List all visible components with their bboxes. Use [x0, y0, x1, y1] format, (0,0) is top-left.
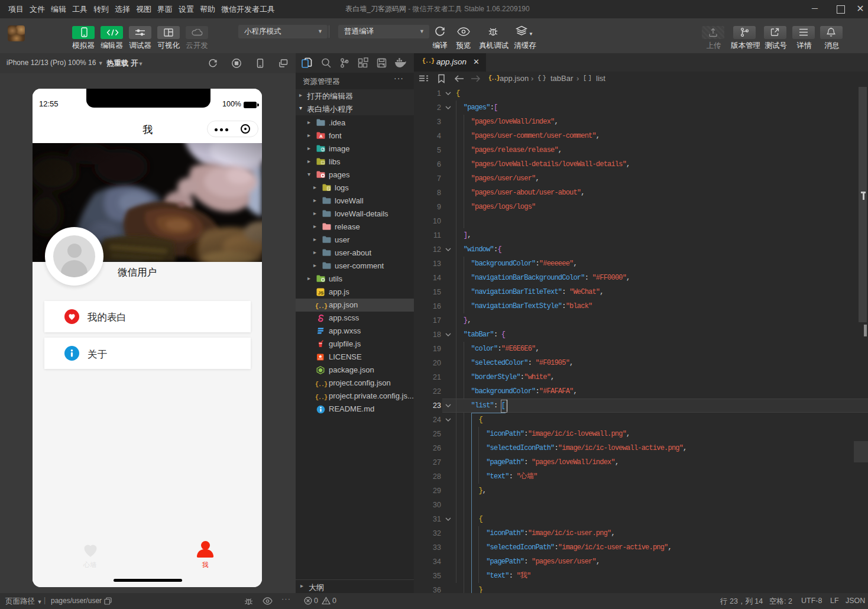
svg-text:A: A: [319, 134, 323, 139]
svg-text:JS: JS: [318, 290, 323, 296]
